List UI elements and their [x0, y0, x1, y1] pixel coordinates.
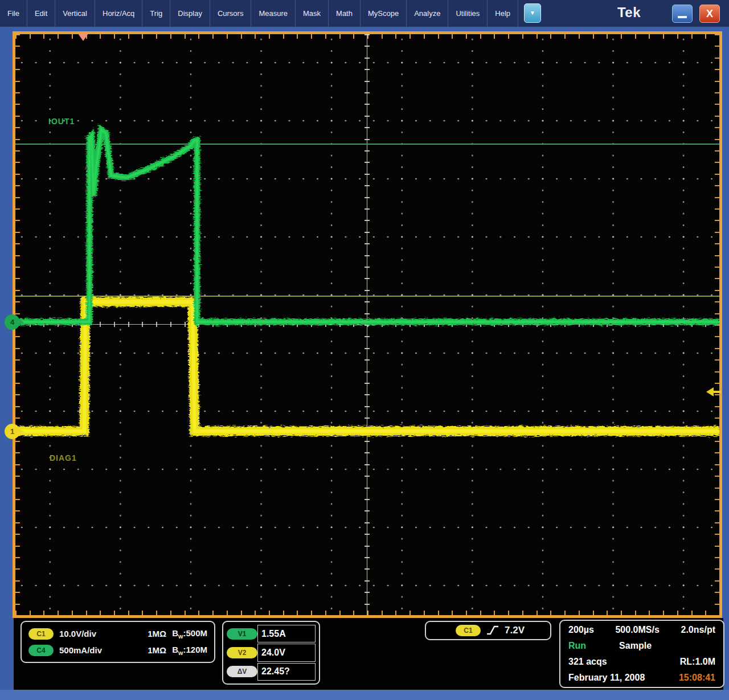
menu-item-utilities[interactable]: Utilities [448, 0, 488, 27]
cursor-badge-v1: V1 [227, 628, 257, 640]
menu-item-myscope[interactable]: MyScope [361, 0, 407, 27]
acquisition-count: 321 acqs [568, 657, 607, 667]
channel-bandwidth-c4: BW:120M [172, 645, 207, 656]
menu-item-vertical[interactable]: Vertical [55, 0, 95, 27]
channel-bandwidth-c1: BW:500M [172, 628, 207, 640]
channel-marker-ch1[interactable]: 1 [5, 424, 20, 439]
menu-item-trig[interactable]: Trig [142, 0, 170, 27]
trigger-readout-box[interactable]: C1 7.2V [425, 621, 551, 640]
trace-iout1 [15, 130, 719, 322]
trigger-position-marker-icon[interactable] [78, 34, 88, 41]
trace-label-diag1: DIAG1 [50, 453, 77, 462]
sample-rate-value: 500.0MS/s [615, 625, 659, 635]
graticule[interactable]: .tr-green-noise{fill:none;stroke:#1ec04e… [15, 34, 719, 615]
channel-impedance-c4: 1MΩ [148, 645, 166, 655]
timebase-value: 200µs [568, 625, 594, 635]
menu-item-file[interactable]: File [0, 0, 27, 27]
channel-badge-c4: C4 [28, 645, 54, 656]
minimize-icon [678, 16, 687, 18]
cursor-badge-dv: ΔV [227, 666, 257, 677]
acquisition-readout-box[interactable]: 200µs 500.0MS/s 2.0ns/pt Run Sample 321 … [559, 620, 724, 688]
run-status: Run [568, 641, 586, 651]
menu-item-math[interactable]: Math [329, 0, 361, 27]
trigger-source-badge: C1 [456, 625, 481, 636]
date-value: February 11, 2008 [568, 673, 645, 683]
menu-item-help[interactable]: Help [488, 0, 518, 27]
record-length: RL:1.0M [680, 657, 715, 667]
channel-row-c1[interactable]: C1 10.0V/div 1MΩ BW:500M [28, 628, 207, 640]
close-button[interactable]: X [699, 5, 720, 23]
cursor-value-v2: 24.0V [257, 644, 316, 661]
menu-item-horiz-acq[interactable]: Horiz/Acq [95, 0, 142, 27]
cursor-badge-v2: V2 [227, 647, 257, 658]
channel-row-c4[interactable]: C4 500mA/div 1MΩ BW:120M [28, 645, 207, 656]
menu-dropdown-button[interactable]: ▼ [524, 3, 541, 23]
channel-scale-c1: 10.0V/div [59, 629, 96, 638]
acquisition-mode: Sample [619, 641, 652, 651]
channel-readout-box[interactable]: C1 10.0V/div 1MΩ BW:500M C4 500mA/div 1M… [21, 621, 215, 663]
menu-item-edit[interactable]: Edit [27, 0, 55, 27]
time-value: 15:08:41 [679, 673, 715, 683]
panel-left-edge [0, 618, 14, 690]
tek-logo: Tek [617, 5, 641, 21]
channel-scale-c4: 500mA/div [59, 645, 102, 655]
trace-label-iout1: IOUT1 [48, 117, 75, 126]
tekscope-window: FileEditVerticalHoriz/AcqTrigDisplayCurs… [0, 0, 729, 700]
trigger-level-tail [713, 391, 721, 393]
cursor-value-dv: 22.45? [257, 663, 316, 681]
trigger-level-head [706, 387, 714, 396]
chevron-down-icon: ▼ [530, 10, 535, 16]
cursor-value-v1: 1.55A [257, 625, 316, 642]
menu-item-mask[interactable]: Mask [296, 0, 329, 27]
graticule-frame: .tr-green-noise{fill:none;stroke:#1ec04e… [13, 31, 722, 618]
rising-edge-icon [486, 625, 499, 636]
trace-iout1 [15, 130, 719, 322]
menu-item-measure[interactable]: Measure [251, 0, 296, 27]
display-area: .tr-green-noise{fill:none;stroke:#1ec04e… [0, 27, 729, 618]
menu-bar: FileEditVerticalHoriz/AcqTrigDisplayCurs… [0, 0, 729, 27]
menu-item-analyze[interactable]: Analyze [407, 0, 448, 27]
resolution-value: 2.0ns/pt [681, 625, 715, 635]
menu-item-cursors[interactable]: Cursors [210, 0, 252, 27]
cursor-readout-box[interactable]: V1 1.55A V2 24.0V ΔV 22.45? [222, 621, 320, 685]
close-icon: X [706, 8, 713, 19]
trigger-level-value: 7.2V [505, 625, 525, 636]
taskbar-strip [0, 690, 729, 700]
minimize-button[interactable] [672, 5, 693, 23]
channel-impedance-c1: 1MΩ [148, 629, 166, 638]
waveform-svg: .tr-green-noise{fill:none;stroke:#1ec04e… [15, 34, 719, 615]
menu-items: FileEditVerticalHoriz/AcqTrigDisplayCurs… [0, 0, 518, 27]
channel-marker-ch4[interactable]: 4 [5, 314, 20, 330]
trigger-level-arrow-icon[interactable] [706, 387, 721, 396]
menu-item-display[interactable]: Display [170, 0, 210, 27]
channel-badge-c1: C1 [28, 628, 54, 640]
readout-panel: C1 10.0V/div 1MΩ BW:500M C4 500mA/div 1M… [0, 618, 729, 690]
